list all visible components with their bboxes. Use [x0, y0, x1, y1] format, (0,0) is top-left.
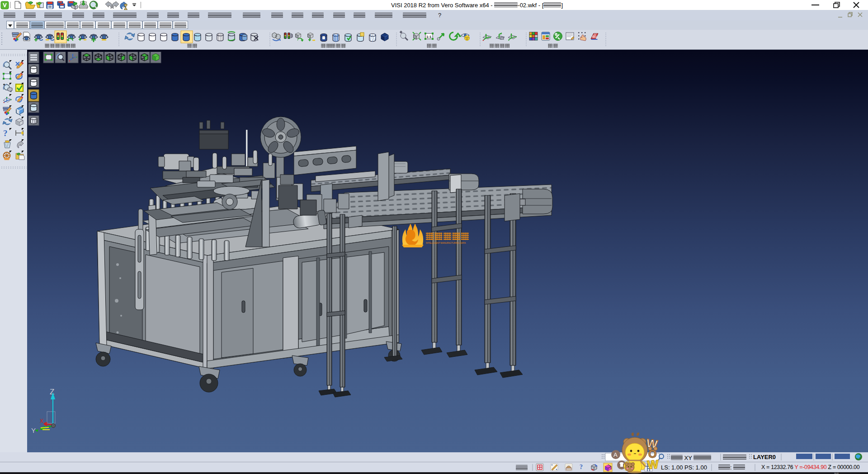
svg-text:X: X — [40, 418, 43, 424]
svg-text:W: W — [647, 457, 659, 472]
svg-text:?: ? — [580, 464, 583, 470]
svg-text:?: ? — [3, 128, 8, 138]
svg-text:A: A — [613, 451, 618, 458]
svg-text:INTELLIGENT MANUFACTURING DATA: INTELLIGENT MANUFACTURING DATA — [426, 242, 466, 244]
svg-text:Y: Y — [31, 427, 36, 434]
svg-text:1:1: 1:1 — [426, 35, 432, 39]
